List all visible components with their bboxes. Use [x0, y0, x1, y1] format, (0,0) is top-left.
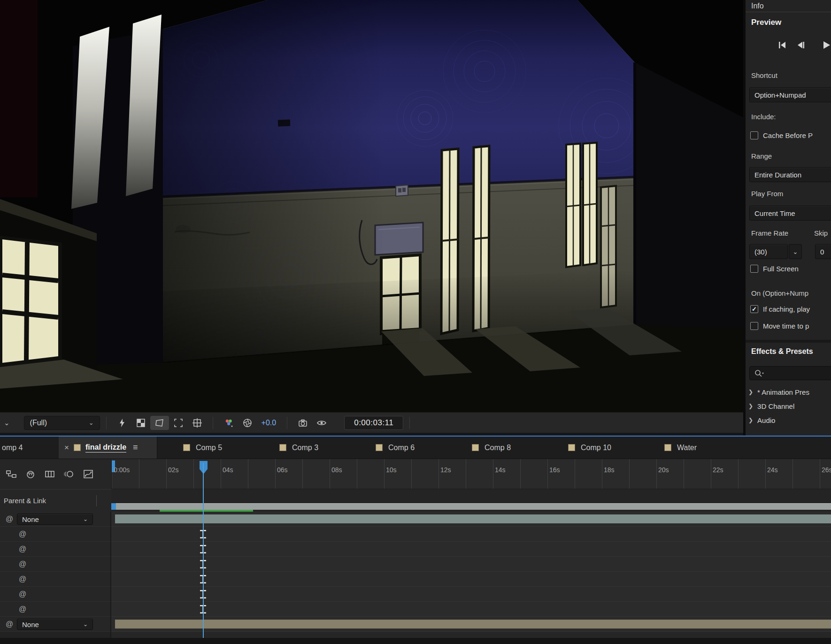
- divider: [746, 12, 831, 12]
- layer-duration-bar[interactable]: [115, 620, 831, 629]
- layer-lane[interactable]: [111, 557, 831, 572]
- tab-label: Comp 6: [388, 444, 415, 452]
- current-timecode[interactable]: 0:00:03:11: [344, 416, 403, 430]
- mask-visibility-button[interactable]: [150, 416, 169, 430]
- tab-comp-3[interactable]: Comp 3: [279, 437, 350, 459]
- shortcut-dropdown[interactable]: Option+Numpad: [749, 87, 831, 102]
- skip-input[interactable]: 0: [815, 244, 831, 259]
- effects-search-input[interactable]: [749, 366, 831, 380]
- region-icon: [173, 418, 184, 428]
- if-caching-row: If caching, play: [750, 305, 831, 313]
- work-area-left-handle[interactable]: [111, 503, 116, 510]
- resolution-dropdown[interactable]: (Full) ⌄: [24, 416, 100, 430]
- chevron-right-icon[interactable]: ❯: [748, 389, 753, 395]
- chevron-right-icon[interactable]: ❯: [748, 417, 753, 423]
- ruler-label: 02s: [168, 466, 179, 474]
- tab-info[interactable]: Info: [751, 0, 764, 12]
- pick-whip-icon[interactable]: @: [18, 529, 27, 539]
- timeline-bottom-edge: [0, 638, 831, 644]
- ruler-label: 06s: [277, 466, 288, 474]
- effects-category-row[interactable]: ❯* Animation Pres: [746, 385, 831, 399]
- composition-viewport[interactable]: [0, 0, 743, 412]
- magnification-dropdown-chevron-icon[interactable]: ⌄: [4, 419, 10, 427]
- full-screen-checkbox[interactable]: [750, 265, 758, 273]
- layer-duration-bar[interactable]: [115, 514, 831, 523]
- layer-lane[interactable]: [111, 617, 831, 632]
- effects-category-row[interactable]: ❯Audio: [746, 413, 831, 427]
- chevron-down-icon: ⌄: [83, 621, 88, 628]
- tab-comp-10[interactable]: Comp 10: [568, 437, 639, 459]
- parent-link-header: Parent & Link: [0, 489, 111, 512]
- tab-water[interactable]: Water: [664, 437, 735, 459]
- layer-lane[interactable]: [111, 572, 831, 587]
- graph-editor-button[interactable]: [80, 466, 97, 483]
- panel-menu-icon[interactable]: ≡: [133, 443, 138, 452]
- if-caching-checkbox[interactable]: [750, 305, 758, 313]
- move-time-label: Move time to p: [763, 322, 809, 330]
- tab-comp-8[interactable]: Comp 8: [472, 437, 542, 459]
- shy-button[interactable]: [22, 466, 39, 483]
- layer-row-left: @: [0, 572, 110, 587]
- tab-final-drizzle[interactable]: ×final drizzle≡: [59, 437, 157, 459]
- play-icon: [821, 39, 831, 51]
- effects-category-row[interactable]: ❯3D Channel: [746, 399, 831, 413]
- layer-lane[interactable]: [111, 512, 831, 527]
- playhead-line[interactable]: [203, 463, 204, 644]
- reset-exposure-button[interactable]: [238, 416, 257, 430]
- pick-whip-icon[interactable]: @: [5, 620, 14, 629]
- divider: [213, 417, 213, 429]
- work-area-bar[interactable]: [111, 503, 831, 510]
- tab-preview[interactable]: Preview: [751, 18, 781, 27]
- first-frame-button[interactable]: [777, 39, 788, 53]
- camera-icon: [298, 418, 308, 428]
- show-snapshot-button[interactable]: [312, 416, 331, 430]
- layer-lane[interactable]: [111, 542, 831, 557]
- transparency-grid-button[interactable]: [131, 416, 150, 430]
- layer-lane[interactable]: [111, 602, 831, 617]
- pick-whip-icon[interactable]: @: [18, 605, 27, 614]
- frame-rate-dropdown[interactable]: (30): [749, 244, 788, 259]
- time-ruler[interactable]: 0:00s02s04s06s08s10s12s14s16s18s20s22s24…: [111, 459, 831, 489]
- tab-comp-6[interactable]: Comp 6: [376, 437, 446, 459]
- range-label: Range: [751, 152, 772, 160]
- channel-settings-button[interactable]: [219, 416, 238, 430]
- motion-blur-button[interactable]: [61, 466, 77, 483]
- shortcut-value: Option+Numpad: [754, 91, 806, 99]
- fast-previews-button[interactable]: [113, 416, 131, 430]
- panel-divider: [746, 340, 831, 343]
- right-panel: Info Preview Shortcut Option+Numpad Incl…: [746, 0, 831, 437]
- frame-blending-button[interactable]: [41, 466, 58, 483]
- layer-lane[interactable]: [111, 527, 831, 542]
- cache-before-checkbox[interactable]: [750, 131, 758, 139]
- exposure-value[interactable]: +0.0: [262, 419, 277, 427]
- layer-lanes: [111, 512, 831, 644]
- move-time-checkbox[interactable]: [750, 322, 758, 330]
- frame-rate-chevron-button[interactable]: ⌄: [789, 244, 802, 259]
- play-from-dropdown[interactable]: Current Time: [749, 206, 831, 221]
- layer-lane[interactable]: [111, 587, 831, 602]
- pick-whip-icon[interactable]: @: [5, 514, 14, 524]
- composition-canvas[interactable]: [0, 0, 743, 412]
- parent-dropdown[interactable]: None⌄: [17, 514, 93, 525]
- checkerboard-icon: [136, 418, 146, 428]
- comp-icon: [568, 444, 575, 451]
- close-tab-icon[interactable]: ×: [64, 443, 69, 452]
- grid-guides-button[interactable]: [188, 416, 207, 430]
- comp-mini-flowchart-button[interactable]: [3, 466, 20, 483]
- parent-dropdown[interactable]: None⌄: [17, 619, 93, 630]
- chevron-down-icon: ⌄: [89, 419, 94, 426]
- range-dropdown[interactable]: Entire Duration: [749, 167, 831, 182]
- play-button[interactable]: [821, 39, 831, 53]
- tab-omp-4[interactable]: omp 4: [0, 437, 59, 459]
- pick-whip-icon[interactable]: @: [18, 560, 27, 569]
- take-snapshot-button[interactable]: [293, 416, 312, 430]
- chevron-right-icon[interactable]: ❯: [748, 403, 753, 409]
- pick-whip-icon[interactable]: @: [18, 544, 27, 554]
- ruler-label: 10s: [386, 466, 397, 474]
- region-of-interest-button[interactable]: [169, 416, 188, 430]
- tab-effects-presets[interactable]: Effects & Presets: [751, 347, 813, 356]
- pick-whip-icon[interactable]: @: [18, 590, 27, 599]
- tab-comp-5[interactable]: Comp 5: [183, 437, 254, 459]
- previous-frame-button[interactable]: [795, 39, 807, 53]
- pick-whip-icon[interactable]: @: [18, 575, 27, 584]
